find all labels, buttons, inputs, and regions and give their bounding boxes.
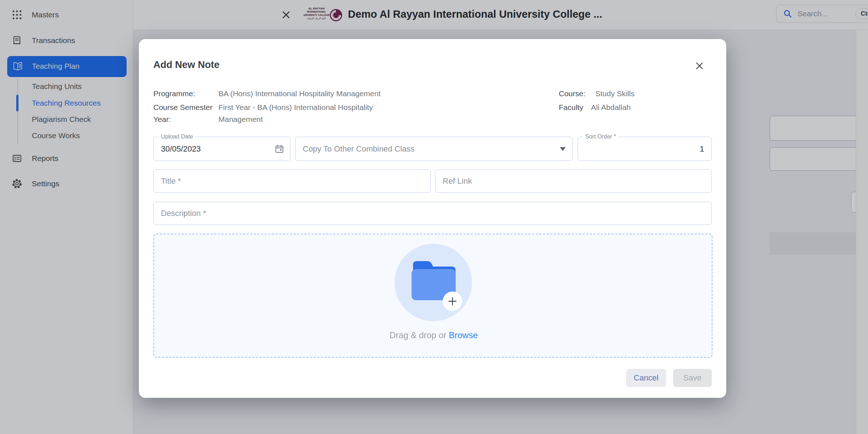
- modal-title: Add New Note: [153, 59, 220, 71]
- ref-link-input[interactable]: [435, 170, 711, 192]
- cancel-button[interactable]: Cancel: [626, 369, 666, 387]
- title-field[interactable]: [153, 169, 431, 193]
- dropzone-hint: Drag & drop or Browse: [154, 330, 713, 340]
- course-semester-year-value: First Year - BA (Hons) International Hos…: [218, 101, 401, 125]
- chevron-down-icon: [560, 147, 566, 151]
- programme-value: BA (Hons) International Hospitality Mana…: [218, 88, 380, 99]
- sort-order-label: Sort Order *: [583, 133, 618, 140]
- description-field[interactable]: [153, 202, 712, 225]
- upload-date-field[interactable]: Upload Date: [153, 137, 290, 161]
- select-placeholder: Copy To Other Combined Class: [303, 144, 414, 154]
- course-semester-year-label: Course Semester Year:: [153, 101, 218, 125]
- ref-link-field[interactable]: [435, 169, 712, 193]
- upload-date-label: Upload Date: [159, 133, 195, 140]
- save-button[interactable]: Save: [673, 369, 712, 387]
- course-label: Course:: [559, 88, 586, 99]
- sort-order-input[interactable]: [578, 137, 711, 161]
- programme-label: Programme:: [153, 88, 195, 99]
- faculty-label: Faculty: [559, 101, 583, 113]
- sort-order-field[interactable]: Sort Order *: [578, 137, 712, 161]
- description-input[interactable]: [154, 202, 711, 225]
- course-value: Study Skills: [595, 88, 635, 99]
- add-file-plus-icon[interactable]: [443, 292, 462, 311]
- calendar-icon[interactable]: [275, 144, 284, 154]
- title-input[interactable]: [154, 170, 430, 192]
- upload-date-input[interactable]: [154, 137, 290, 161]
- drag-drop-text: Drag & drop or: [390, 330, 449, 340]
- modal-close-icon[interactable]: [694, 60, 706, 72]
- add-note-modal: Add New Note Programme: BA (Hons) Intern…: [139, 39, 726, 398]
- browse-link[interactable]: Browse: [449, 330, 478, 340]
- copy-to-combined-class-select[interactable]: Copy To Other Combined Class: [295, 137, 573, 161]
- file-dropzone[interactable]: Drag & drop or Browse: [153, 234, 712, 358]
- faculty-value: Ali Abdallah: [591, 101, 631, 113]
